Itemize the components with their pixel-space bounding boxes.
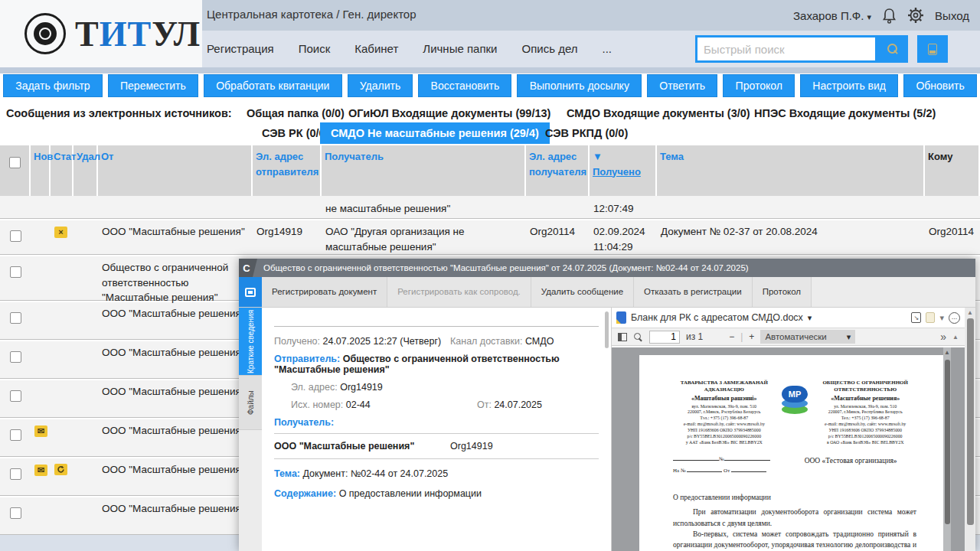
table-row[interactable]: × ООО "Масштабные решения" Org14919 ОАО … (0, 219, 980, 255)
page-number-input[interactable] (649, 331, 680, 344)
content-label: Содержание: (274, 488, 336, 499)
menu-item-registration[interactable]: Регистрация (207, 42, 274, 55)
scan-document-button[interactable] (917, 35, 948, 63)
menu-item-inventory[interactable]: Опись дел (521, 42, 577, 55)
attachment-file-name[interactable]: Бланк для РК с адресатом СМДО.docx (631, 312, 803, 323)
col-header-recipient-addr[interactable]: Эл. адрес получателя (526, 145, 590, 196)
folder-tab-sev-rk[interactable]: СЭВ РК (0/0) (262, 127, 328, 139)
user-area: Захаров П.Ф. ▾ Выход (793, 7, 969, 24)
dialog-title-bar[interactable]: С Общество с ограниченной ответственност… (239, 259, 975, 277)
tab-brief-info[interactable]: Краткие сведения (239, 308, 262, 375)
header-divider-strip (0, 67, 980, 73)
user-menu[interactable]: Захаров П.Ф. ▾ (793, 9, 871, 22)
register-document-button[interactable]: Регистрировать документ (262, 277, 387, 307)
user-name: Захаров П.Ф. (793, 9, 864, 22)
restore-button[interactable]: Восстановить (418, 74, 511, 97)
toolbar-separator: | (740, 331, 743, 342)
menu-item-more[interactable]: ... (603, 42, 612, 55)
protocol-button[interactable]: Протокол (723, 74, 795, 97)
col-header-sender-addr[interactable]: Эл. адрес отправителя (253, 145, 322, 196)
titul-emblem-icon (24, 13, 66, 54)
zoom-mode-select[interactable]: Автоматически▾ (760, 330, 855, 344)
move-button[interactable]: Переместить (108, 74, 198, 97)
menu-item-cabinet[interactable]: Кабинет (354, 42, 398, 55)
zoom-in-button[interactable]: + (749, 331, 754, 342)
reply-button[interactable]: Ответить (647, 74, 717, 97)
row-checkbox[interactable] (10, 230, 21, 242)
row-checkbox[interactable] (10, 507, 21, 519)
folder-tab-ogiyul[interactable]: ОГиЮЛ Входящие документы (99/13) (348, 107, 550, 119)
set-filter-button[interactable]: Задать фильтр (3, 74, 103, 97)
delete-message-button[interactable]: Удалить сообщение (531, 277, 634, 307)
sidebar-toggle-icon[interactable] (618, 333, 627, 341)
search-button[interactable] (877, 35, 908, 63)
scroll-up-icon[interactable]: ▲ (967, 309, 973, 316)
page-scrollbar[interactable]: ▲ (943, 347, 951, 551)
document-canvas[interactable]: ТАВАРЫСТВА З АБМЕЖАВАНАЙ АДКАЗНАСЦЮ «Маш… (612, 347, 965, 551)
forward-button[interactable]: Выполнить досылку (517, 74, 642, 97)
dialog-scrollbar[interactable]: ▲ (965, 308, 975, 551)
folder-tab-sev-rkpd[interactable]: СЭВ РКПД (0/0) (545, 127, 628, 139)
more-options-icon[interactable]: ... (949, 312, 960, 324)
logo-part-3: УЛ (152, 15, 201, 54)
quick-search-input[interactable] (695, 35, 877, 63)
chevron-down-icon: ▾ (847, 332, 851, 342)
menu-item-search[interactable]: Поиск (299, 42, 331, 55)
gear-icon[interactable] (907, 7, 924, 24)
bell-icon[interactable] (882, 8, 897, 24)
export-icon[interactable]: ↘ (911, 312, 921, 323)
folder-tab-npes[interactable]: НПЭС Входящие документы (5/2) (754, 107, 936, 119)
row-checkbox[interactable] (10, 351, 21, 363)
col-header-recipient[interactable]: Получатель (322, 145, 526, 196)
configure-view-button[interactable]: Настроить вид (800, 74, 898, 97)
chevron-down-icon[interactable]: ▾ (939, 313, 944, 323)
row-checkbox[interactable] (10, 429, 21, 441)
folder-tab-smdo-nonscale-active[interactable]: СМДО Не масштабные решения (29/4) (320, 122, 550, 144)
row-checkbox[interactable] (10, 468, 21, 480)
select-all-checkbox[interactable] (9, 157, 21, 168)
doc-paragraph-2: Во-первых, система может сопровождать тр… (673, 529, 916, 551)
row-checkbox[interactable] (10, 312, 21, 324)
app-logo: ТИТУЛ (0, 0, 202, 67)
scroll-up-icon[interactable]: ▲ (944, 349, 950, 356)
status-x-icon: × (54, 227, 67, 238)
refuse-registration-button[interactable]: Отказать в регистрации (634, 277, 753, 307)
brief-info-panel: Получено: 24.07.2025 12:27 (Четверг) Кан… (262, 308, 611, 551)
col-header-deleted[interactable]: Удал (74, 145, 98, 196)
doc-reference-lines: № На № От (673, 455, 785, 474)
menu-item-personal-folders[interactable]: Личные папки (423, 42, 497, 55)
expand-tools-icon[interactable]: » (940, 331, 946, 343)
file-chevron-icon[interactable]: ▾ (808, 313, 812, 323)
new-message-icon: ✉ (34, 465, 47, 476)
page-count-label: из 1 (686, 331, 703, 342)
col-header-received[interactable]: ▼ Получено (590, 145, 657, 196)
logout-link[interactable]: Выход (935, 9, 969, 22)
folder-tab-smdo-in[interactable]: СМДО Входящие документы (3/0) (567, 107, 750, 119)
table-row[interactable]: не масштабные решения" 12:07:49 (0, 196, 980, 219)
find-icon[interactable] (633, 332, 643, 342)
row-checkbox[interactable] (10, 266, 21, 278)
channel-value: СМДО (525, 336, 554, 347)
col-header-subject[interactable]: Тема (657, 145, 925, 196)
row-checkbox[interactable] (10, 390, 21, 402)
scroll-up-icon[interactable]: ▲ (952, 334, 959, 341)
register-icon[interactable] (239, 277, 262, 307)
zoom-out-button[interactable]: − (729, 331, 734, 342)
panel-scrollbar[interactable] (605, 311, 609, 348)
cell-from: ООО "Масштабные решения" (98, 496, 253, 534)
tab-files[interactable]: Файлы (239, 375, 262, 430)
date-label: От: (477, 399, 492, 410)
print-icon[interactable] (926, 312, 935, 323)
dialog-protocol-button[interactable]: Протокол (753, 277, 812, 307)
sender-label: Отправитель: (274, 354, 340, 364)
delete-button[interactable]: Удалить (348, 74, 413, 97)
col-header-from[interactable]: От (98, 145, 253, 196)
folder-tab-common[interactable]: Общая папка (0/0) (247, 107, 345, 119)
viewer-toolbar: из 1 − | + Автоматически▾ » ▲ (612, 328, 965, 346)
date-value: 24.07.2025 (494, 399, 542, 410)
col-header-status[interactable]: Стат (51, 145, 74, 196)
logo-part-1: Т (75, 15, 100, 54)
process-receipts-button[interactable]: Обработать квитанции (204, 74, 342, 97)
refresh-button[interactable]: Обновить (903, 74, 977, 97)
col-header-new[interactable]: Нов (31, 145, 51, 196)
